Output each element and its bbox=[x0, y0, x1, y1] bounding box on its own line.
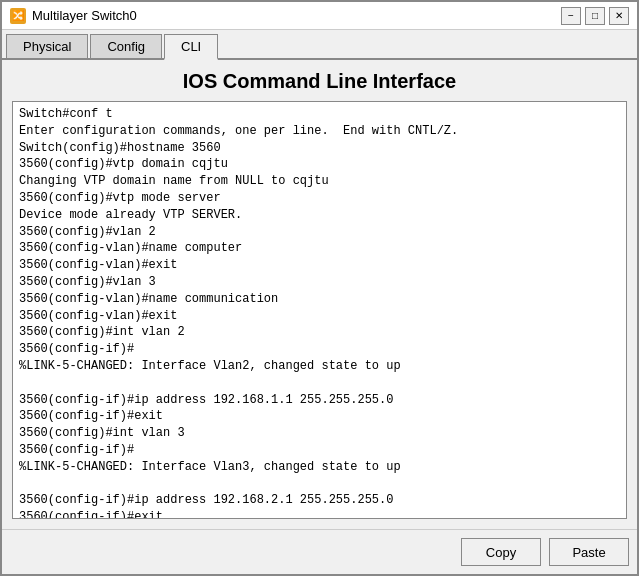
close-button[interactable]: ✕ bbox=[609, 7, 629, 25]
terminal-output[interactable]: Switch#conf t Enter configuration comman… bbox=[12, 101, 627, 519]
app-icon: 🔀 bbox=[10, 8, 26, 24]
maximize-button[interactable]: □ bbox=[585, 7, 605, 25]
tab-cli[interactable]: CLI bbox=[164, 34, 218, 60]
paste-button[interactable]: Paste bbox=[549, 538, 629, 566]
section-title: IOS Command Line Interface bbox=[12, 70, 627, 93]
tab-physical[interactable]: Physical bbox=[6, 34, 88, 58]
window-title: Multilayer Switch0 bbox=[32, 8, 555, 23]
minimize-button[interactable]: − bbox=[561, 7, 581, 25]
tab-bar: Physical Config CLI bbox=[2, 30, 637, 60]
main-content: IOS Command Line Interface Switch#conf t… bbox=[2, 60, 637, 529]
tab-config[interactable]: Config bbox=[90, 34, 162, 58]
window-controls: − □ ✕ bbox=[561, 7, 629, 25]
title-bar: 🔀 Multilayer Switch0 − □ ✕ bbox=[2, 2, 637, 30]
bottom-bar: Copy Paste bbox=[2, 529, 637, 574]
main-window: 🔀 Multilayer Switch0 − □ ✕ Physical Conf… bbox=[0, 0, 639, 576]
copy-button[interactable]: Copy bbox=[461, 538, 541, 566]
